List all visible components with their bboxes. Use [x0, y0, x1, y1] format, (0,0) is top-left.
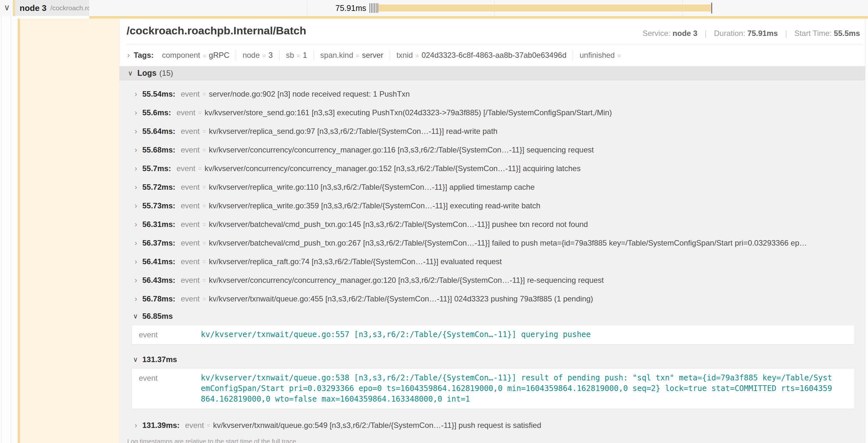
- log-field-value: kv/kvserver/concurrency/concurrency_mana…: [205, 164, 581, 173]
- duration-label: Duration:: [714, 29, 745, 38]
- log-row[interactable]: › 55.6ms: event = kv/kvserver/store_send…: [120, 103, 865, 122]
- log-timestamp: 56.41ms:: [142, 257, 176, 266]
- tag-key: component: [162, 51, 200, 59]
- chevron-down-icon: ∨: [128, 69, 133, 77]
- chevron-right-icon: ›: [134, 220, 142, 229]
- start-time-label: Start Time:: [795, 29, 832, 38]
- span-duration-bar[interactable]: [378, 4, 711, 11]
- tag-key: unfinished: [580, 51, 615, 59]
- logs-section: ∨ Logs (15) › 55.54ms: event = server/no…: [120, 66, 865, 443]
- log-field-value: kv/kvserver/store_send.go:161 [n3,s3] ex…: [205, 108, 612, 117]
- log-field-key: event: [181, 90, 200, 99]
- tag-item: sb=1: [279, 50, 313, 60]
- log-row[interactable]: › 56.78ms: event = kv/kvserver/txnwait/q…: [120, 289, 865, 308]
- log-timestamp: 56.85ms: [142, 312, 173, 321]
- log-field-key: event: [132, 373, 201, 383]
- log-field-value: kv/kvserver/replica_send.go:97 [n3,s3,r6…: [209, 127, 498, 136]
- log-field-key: event: [176, 108, 195, 117]
- log-field-value: kv/kvserver/batcheval/cmd_push_txn.go:14…: [209, 220, 588, 229]
- chevron-right-icon: ›: [134, 239, 142, 247]
- log-field-value: kv/kvserver/txnwait/queue.go:549 [n3,s3,…: [213, 421, 541, 430]
- meta-divider: |: [785, 29, 787, 38]
- log-event-detail: event kv/kvserver/txnwait/queue.go:557 […: [131, 325, 855, 344]
- log-field-key: event: [176, 164, 195, 173]
- logs-list: › 55.54ms: event = server/node.go:902 [n…: [120, 80, 865, 443]
- chevron-right-icon: ›: [134, 90, 142, 99]
- log-row-expanded-toggle[interactable]: ∨ 131.37ms: [120, 351, 865, 368]
- equals-sign: =: [203, 147, 206, 154]
- log-row[interactable]: › 55.68ms: event = kv/kvserver/concurren…: [120, 141, 865, 159]
- span-detail-panel: /cockroach.roachpb.Internal/Batch Servic…: [119, 19, 865, 443]
- log-row[interactable]: › 56.43ms: event = kv/kvserver/concurren…: [120, 271, 865, 289]
- log-field-key: event: [132, 329, 201, 339]
- log-timestamp: 55.64ms:: [142, 127, 176, 136]
- span-operation-name: /cockroach.roach…: [51, 4, 89, 12]
- chevron-right-icon: ›: [134, 257, 142, 266]
- detail-panel-top-accent: [89, 16, 868, 19]
- log-field-value: kv/kvserver/txnwait/queue.go:455 [n3,s3,…: [209, 294, 593, 303]
- log-timestamp: 55.7ms:: [142, 164, 171, 173]
- chevron-right-icon: ›: [134, 294, 142, 303]
- equals-sign: =: [207, 422, 210, 429]
- log-timestamp: 55.72ms:: [142, 183, 176, 192]
- equals-sign: =: [297, 52, 300, 59]
- tag-value: gRPC: [209, 51, 229, 59]
- log-row[interactable]: › 56.37ms: event = kv/kvserver/batcheval…: [120, 234, 865, 252]
- log-field-key: event: [181, 127, 200, 136]
- log-row[interactable]: › 55.72ms: event = kv/kvserver/replica_w…: [120, 178, 865, 197]
- chevron-right-icon: ›: [134, 108, 142, 117]
- span-bar-end-marker: [711, 3, 712, 13]
- span-service-name: node 3: [20, 3, 46, 13]
- log-field-value: kv/kvserver/batcheval/cmd_push_txn.go:26…: [209, 239, 807, 247]
- duration-value: 75.91ms: [747, 29, 778, 38]
- tag-key: txnid: [396, 51, 413, 59]
- chevron-right-icon: ›: [134, 183, 142, 192]
- equals-sign: =: [203, 240, 206, 246]
- equals-sign: =: [203, 91, 206, 98]
- collapse-children-icon[interactable]: ∨: [4, 3, 10, 12]
- log-field-key: event: [181, 239, 200, 247]
- name-column-divider: [307, 0, 307, 16]
- chevron-right-icon: ›: [134, 164, 142, 173]
- log-row[interactable]: › 55.73ms: event = kv/kvserver/replica_w…: [120, 197, 865, 215]
- log-row[interactable]: › 131.39ms: event = kv/kvserver/txnwait/…: [120, 416, 865, 435]
- span-detail-header: /cockroach.roachpb.Internal/Batch Servic…: [120, 19, 865, 44]
- log-field-key: event: [181, 276, 200, 285]
- span-meta: Service: node 3 | Duration: 75.91ms | St…: [643, 29, 860, 38]
- log-field-value: kv/kvserver/txnwait/queue.go:538 [n3,s3,…: [201, 373, 833, 405]
- span-name-tab[interactable]: node 3 /cockroach.roach…: [13, 0, 89, 16]
- tag-item: unfinished=: [573, 50, 630, 60]
- log-timestamp: 55.68ms:: [142, 145, 176, 155]
- log-timestamp: 55.54ms:: [142, 90, 176, 99]
- equals-sign: =: [203, 203, 206, 209]
- log-field-key: event: [181, 201, 200, 210]
- gutter-divider: [10, 0, 11, 443]
- header-divider: [127, 44, 862, 44]
- equals-sign: =: [203, 128, 206, 135]
- tag-item: component=gRPC: [155, 50, 236, 60]
- log-row[interactable]: › 55.54ms: event = server/node.go:902 [n…: [120, 85, 865, 103]
- log-field-value: kv/kvserver/txnwait/queue.go:557 [n3,s3,…: [201, 329, 833, 340]
- log-field-value: kv/kvserver/concurrency/concurrency_mana…: [209, 145, 594, 155]
- equals-sign: =: [262, 52, 266, 59]
- tag-key: span.kind: [320, 51, 353, 59]
- log-timestamp: 131.39ms:: [142, 421, 180, 430]
- chevron-down-icon: ∨: [133, 312, 142, 320]
- chevron-right-icon: ›: [134, 421, 142, 430]
- log-row[interactable]: › 55.64ms: event = kv/kvserver/replica_s…: [120, 122, 865, 141]
- log-event-detail: event kv/kvserver/txnwait/queue.go:538 […: [131, 368, 855, 409]
- chevron-right-icon: ›: [127, 51, 130, 60]
- chevron-right-icon: ›: [134, 201, 142, 210]
- span-color-bar: [18, 19, 20, 443]
- log-row-expanded-toggle[interactable]: ∨ 56.85ms: [120, 308, 865, 324]
- log-row[interactable]: › 56.31ms: event = kv/kvserver/batcheval…: [120, 215, 865, 234]
- log-row[interactable]: › 55.7ms: event = kv/kvserver/concurrenc…: [120, 159, 865, 178]
- log-timestamp: 55.73ms:: [142, 201, 176, 210]
- log-timestamp: 131.37ms: [142, 355, 177, 364]
- logs-toggle[interactable]: ∨ Logs (15): [120, 66, 865, 80]
- chevron-right-icon: ›: [134, 127, 142, 136]
- log-field-value: server/node.go:902 [n3] node received re…: [209, 90, 410, 99]
- log-row[interactable]: › 56.41ms: event = kv/kvserver/replica_r…: [120, 252, 865, 271]
- tags-toggle[interactable]: › Tags: component=gRPC node=3 sb=1 span.…: [120, 44, 865, 66]
- log-timestamp: 55.6ms:: [142, 108, 171, 117]
